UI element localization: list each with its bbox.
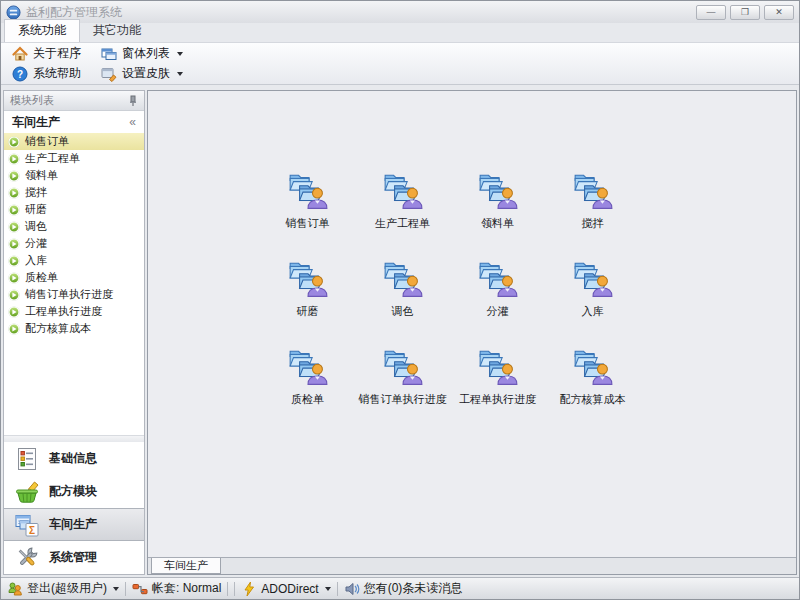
app-icon [6, 5, 21, 20]
pin-icon[interactable] [128, 95, 138, 107]
tab-workshop-production-document[interactable]: 车间生产 [151, 558, 221, 574]
module-quality-inspection[interactable]: 质检单 [260, 345, 355, 407]
green-arrow-icon [8, 255, 20, 267]
skin-icon [101, 66, 117, 82]
sidebar-header: 模块列表 [4, 91, 144, 111]
app-window: 益利配方管理系统 — ❐ ✕ 系统功能 其它功能 关于程序 窗体列表 系统帮助 … [0, 0, 800, 600]
folder-user-icon [477, 345, 519, 387]
body: 模块列表 车间生产 « 销售订单 生产工程单 领料单 搅拌 [1, 85, 799, 577]
module-color-mixing[interactable]: 调色 [355, 257, 450, 319]
speaker-icon [344, 581, 360, 597]
sidebar-item-material-requisition[interactable]: 领料单 [4, 167, 144, 184]
module-sales-order[interactable]: 销售订单 [260, 169, 355, 231]
green-arrow-icon [8, 306, 20, 318]
statusbar-separator [337, 582, 338, 596]
logout-button[interactable]: 登出(超级用户) [7, 580, 119, 597]
module-material-requisition[interactable]: 领料单 [450, 169, 545, 231]
sidebar-item-label: 研磨 [25, 202, 47, 217]
module-engineering-order-progress[interactable]: 工程单执行进度 [450, 345, 545, 407]
sidebar-item-label: 配方核算成本 [25, 321, 91, 336]
module-label: 配方核算成本 [560, 392, 626, 407]
folder-user-icon [477, 169, 519, 211]
nav-label: 基础信息 [49, 450, 97, 467]
sidebar-item-system-management[interactable]: 系统管理 [4, 541, 144, 574]
sidebar-item-basic-info[interactable]: 基础信息 [4, 442, 144, 475]
module-warehousing[interactable]: 入库 [545, 257, 640, 319]
sidebar-item-workshop-production[interactable]: 车间生产 [4, 508, 144, 541]
sidebar-item-quality-inspection[interactable]: 质检单 [4, 269, 144, 286]
system-help-label: 系统帮助 [33, 65, 81, 82]
connection-mode-button[interactable]: ADODirect [241, 581, 330, 597]
system-help-button[interactable]: 系统帮助 [7, 64, 86, 83]
account-set-status: 帐套: Normal [132, 580, 221, 597]
sidebar-item-sales-order[interactable]: 销售订单 [4, 133, 144, 150]
module-filling[interactable]: 分灌 [450, 257, 545, 319]
sidebar-item-formula-cost[interactable]: 配方核算成本 [4, 320, 144, 337]
people-icon [7, 581, 23, 597]
sidebar-item-filling[interactable]: 分灌 [4, 235, 144, 252]
basket-icon [14, 479, 40, 505]
workshop-icon [14, 512, 40, 538]
sidebar-item-sales-order-progress[interactable]: 销售订单执行进度 [4, 286, 144, 303]
statusbar: 登出(超级用户) 帐套: Normal ADODirect 您有(0)条未读消息 [1, 577, 799, 599]
sidebar-item-color-mixing[interactable]: 调色 [4, 218, 144, 235]
sidebar-item-grinding[interactable]: 研磨 [4, 201, 144, 218]
green-arrow-icon [8, 153, 20, 165]
module-label: 领料单 [481, 216, 514, 231]
module-label: 销售订单 [286, 216, 330, 231]
collapse-icon[interactable]: « [129, 115, 136, 129]
green-arrow-icon [8, 187, 20, 199]
sidebar-item-formula-module[interactable]: 配方模块 [4, 475, 144, 508]
sidebar-item-production-order[interactable]: 生产工程单 [4, 150, 144, 167]
module-formula-cost[interactable]: 配方核算成本 [545, 345, 640, 407]
account-set-label: 帐套: Normal [152, 580, 221, 597]
close-button[interactable]: ✕ [764, 5, 794, 20]
module-label: 销售订单执行进度 [359, 392, 447, 407]
window-list-button[interactable]: 窗体列表 [96, 44, 188, 63]
window-controls: — ❐ ✕ [696, 5, 794, 20]
folder-user-icon [287, 345, 329, 387]
sidebar-item-engineering-order-progress[interactable]: 工程单执行进度 [4, 303, 144, 320]
sidebar-group-title: 车间生产 [12, 114, 60, 131]
about-program-label: 关于程序 [33, 45, 81, 62]
tab-system-functions[interactable]: 系统功能 [4, 19, 80, 42]
nav-label: 配方模块 [49, 483, 97, 500]
folder-user-icon [287, 169, 329, 211]
set-skin-button[interactable]: 设置皮肤 [96, 64, 188, 83]
sidebar-item-label: 分灌 [25, 236, 47, 251]
window-list-label: 窗体列表 [122, 45, 170, 62]
sidebar-item-warehousing[interactable]: 入库 [4, 252, 144, 269]
lightning-icon [241, 581, 257, 597]
module-sidebar: 模块列表 车间生产 « 销售订单 生产工程单 领料单 搅拌 [3, 90, 145, 575]
module-production-order[interactable]: 生产工程单 [355, 169, 450, 231]
folder-user-icon [572, 169, 614, 211]
tab-other-functions[interactable]: 其它功能 [80, 20, 154, 42]
sidebar-item-label: 入库 [25, 253, 47, 268]
module-grinding[interactable]: 研磨 [260, 257, 355, 319]
module-stirring[interactable]: 搅拌 [545, 169, 640, 231]
unread-messages-button[interactable]: 您有(0)条未读消息 [344, 580, 463, 597]
sidebar-splitter[interactable] [4, 435, 144, 442]
sidebar-title: 模块列表 [10, 93, 54, 108]
module-label: 工程单执行进度 [459, 392, 536, 407]
module-label: 入库 [582, 304, 604, 319]
green-arrow-icon [8, 272, 20, 284]
tools-icon [14, 545, 40, 571]
sidebar-item-label: 生产工程单 [25, 151, 80, 166]
module-label: 生产工程单 [375, 216, 430, 231]
folder-user-icon [382, 257, 424, 299]
module-label: 研磨 [297, 304, 319, 319]
module-grid: 销售订单 生产工程单 领料单 搅拌 研磨 [260, 169, 640, 407]
sidebar-item-label: 搅拌 [25, 185, 47, 200]
module-label: 质检单 [291, 392, 324, 407]
folder-user-icon [572, 345, 614, 387]
about-program-button[interactable]: 关于程序 [7, 44, 86, 63]
document-tab-strip: 车间生产 [148, 557, 796, 574]
sidebar-item-label: 领料单 [25, 168, 58, 183]
minimize-button[interactable]: — [696, 5, 726, 20]
sidebar-item-label: 质检单 [25, 270, 58, 285]
unread-messages-label: 您有(0)条未读消息 [364, 580, 463, 597]
sidebar-item-stirring[interactable]: 搅拌 [4, 184, 144, 201]
module-sales-order-progress[interactable]: 销售订单执行进度 [355, 345, 450, 407]
maximize-button[interactable]: ❐ [730, 5, 760, 20]
